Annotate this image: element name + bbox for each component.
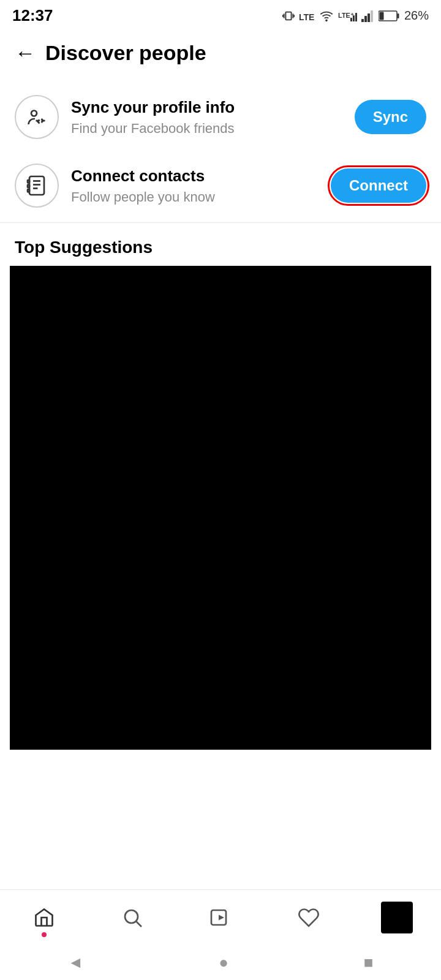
bottom-nav bbox=[0, 889, 441, 944]
svg-rect-9 bbox=[353, 15, 355, 21]
svg-point-6 bbox=[326, 20, 327, 21]
status-time: 12:37 bbox=[12, 6, 53, 25]
video-icon bbox=[209, 907, 232, 929]
back-button[interactable]: ← bbox=[10, 37, 40, 68]
connect-icon-circle bbox=[15, 164, 59, 208]
phone-signal-icon: LTE bbox=[299, 9, 315, 23]
connect-option-row: Connect contacts Follow people you know … bbox=[0, 151, 441, 220]
contacts-icon bbox=[26, 175, 48, 197]
wifi-icon bbox=[318, 9, 334, 23]
svg-rect-14 bbox=[371, 10, 373, 22]
signal-strength-icon bbox=[361, 9, 375, 23]
content-area: Sync your profile info Find your Faceboo… bbox=[0, 77, 441, 756]
sync-text: Sync your profile info Find your Faceboo… bbox=[71, 97, 355, 137]
svg-rect-17 bbox=[379, 12, 383, 20]
svg-rect-16 bbox=[397, 13, 399, 18]
status-icons: LTE LTE⁺ 26% bbox=[282, 9, 429, 23]
nav-likes[interactable] bbox=[284, 893, 333, 942]
sync-title: Sync your profile info bbox=[71, 97, 355, 118]
sys-home-button[interactable]: ● bbox=[219, 953, 228, 972]
svg-rect-11 bbox=[361, 19, 364, 22]
sync-icon-circle bbox=[15, 95, 59, 139]
svg-point-26 bbox=[125, 910, 138, 923]
svg-line-27 bbox=[137, 921, 141, 926]
system-nav: ◄ ● ■ bbox=[0, 944, 441, 980]
connect-subtitle: Follow people you know bbox=[71, 189, 331, 205]
svg-rect-0 bbox=[285, 12, 291, 20]
home-notification-dot bbox=[42, 932, 47, 937]
signal-bars-icon: LTE⁺ bbox=[338, 9, 358, 23]
sync-subtitle: Find your Facebook friends bbox=[71, 121, 355, 137]
sys-back-button[interactable]: ◄ bbox=[67, 953, 83, 972]
people-sync-icon bbox=[26, 106, 48, 128]
sync-option-row: Sync your profile info Find your Faceboo… bbox=[0, 83, 441, 151]
nav-home[interactable] bbox=[20, 893, 69, 942]
nav-search[interactable] bbox=[108, 893, 157, 942]
svg-rect-10 bbox=[355, 13, 357, 21]
page-title: Discover people bbox=[45, 41, 206, 65]
connect-text: Connect contacts Follow people you know bbox=[71, 166, 331, 205]
svg-rect-13 bbox=[368, 13, 370, 22]
svg-rect-23 bbox=[28, 180, 29, 183]
svg-rect-12 bbox=[364, 16, 367, 22]
heart-icon bbox=[298, 907, 320, 929]
home-icon bbox=[33, 907, 55, 929]
top-suggestions-title: Top Suggestions bbox=[0, 225, 441, 266]
battery-percent: 26% bbox=[404, 9, 429, 23]
svg-rect-19 bbox=[29, 176, 44, 195]
section-divider bbox=[0, 222, 441, 223]
sync-button[interactable]: Sync bbox=[355, 100, 426, 134]
nav-profile[interactable] bbox=[372, 893, 421, 942]
svg-rect-8 bbox=[350, 18, 352, 21]
vibrate-icon bbox=[282, 9, 295, 23]
header: ← Discover people bbox=[0, 29, 441, 77]
svg-text:LTE: LTE bbox=[299, 12, 314, 22]
nav-video[interactable] bbox=[196, 893, 245, 942]
sys-recent-button[interactable]: ■ bbox=[364, 953, 374, 972]
connect-title: Connect contacts bbox=[71, 166, 331, 187]
search-icon bbox=[121, 907, 143, 929]
back-arrow-icon: ← bbox=[15, 42, 36, 63]
battery-icon bbox=[379, 10, 401, 22]
svg-marker-29 bbox=[219, 914, 224, 920]
status-bar: 12:37 LTE LTE⁺ bbox=[0, 0, 441, 29]
svg-point-18 bbox=[31, 111, 37, 116]
suggestions-content bbox=[10, 266, 431, 750]
profile-avatar bbox=[381, 902, 413, 933]
svg-rect-24 bbox=[28, 185, 29, 188]
connect-button[interactable]: Connect bbox=[331, 168, 426, 203]
svg-rect-25 bbox=[28, 189, 29, 192]
